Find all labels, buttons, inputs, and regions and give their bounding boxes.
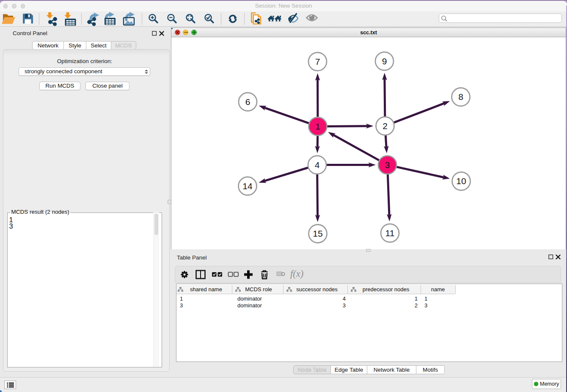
svg-text:shared name: shared name: [190, 286, 222, 293]
svg-text:dominator: dominator: [237, 302, 262, 309]
svg-text:11: 11: [385, 228, 395, 238]
svg-text:15: 15: [313, 229, 322, 238]
svg-text:4: 4: [315, 160, 320, 170]
svg-text:1: 1: [415, 295, 418, 302]
svg-text:10: 10: [456, 176, 466, 186]
svg-text:3: 3: [343, 302, 346, 309]
svg-text:2: 2: [415, 302, 418, 309]
svg-text:4: 4: [343, 295, 346, 302]
svg-text:1: 1: [315, 121, 320, 131]
svg-text:6: 6: [245, 97, 250, 107]
svg-text:7: 7: [315, 57, 320, 66]
svg-text:9: 9: [382, 56, 387, 66]
svg-text:8: 8: [458, 92, 463, 102]
svg-text:name: name: [431, 286, 445, 293]
svg-text:MCDS role: MCDS role: [245, 286, 272, 293]
svg-text:dominator: dominator: [237, 295, 262, 302]
svg-text:1: 1: [424, 295, 427, 302]
svg-text:3: 3: [180, 302, 183, 309]
svg-text:2: 2: [383, 121, 388, 131]
svg-text:1: 1: [180, 295, 183, 302]
svg-text:successor nodes: successor nodes: [296, 286, 338, 293]
svg-text:3: 3: [385, 160, 390, 170]
svg-text:14: 14: [242, 181, 253, 191]
svg-text:predecessor nodes: predecessor nodes: [363, 286, 410, 293]
svg-text:3: 3: [424, 302, 427, 309]
